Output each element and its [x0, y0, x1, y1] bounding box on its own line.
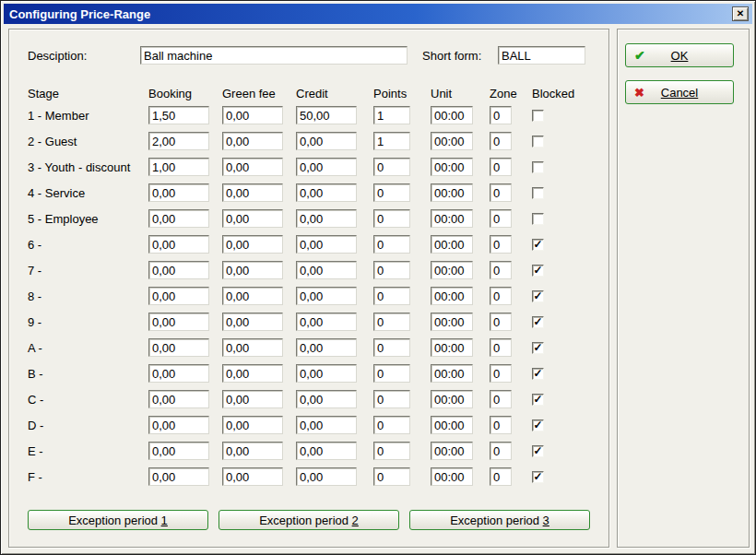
zone-input[interactable] [490, 132, 512, 150]
booking-input[interactable] [148, 158, 209, 176]
zone-input[interactable] [490, 467, 512, 486]
close-button[interactable]: ✕ [732, 6, 749, 21]
credit-input[interactable] [296, 313, 357, 331]
blocked-checkbox[interactable]: ✓ [532, 290, 544, 302]
green-fee-input[interactable] [222, 313, 283, 331]
green-fee-input[interactable] [222, 390, 283, 408]
green-fee-input[interactable] [222, 364, 283, 383]
blocked-checkbox[interactable]: ✓ [532, 239, 544, 251]
credit-input[interactable] [296, 287, 357, 305]
points-input[interactable] [373, 390, 410, 408]
zone-input[interactable] [490, 158, 512, 176]
green-fee-input[interactable] [222, 183, 283, 202]
unit-input[interactable] [431, 338, 473, 357]
unit-input[interactable] [431, 235, 473, 254]
unit-input[interactable] [431, 158, 473, 176]
booking-input[interactable] [148, 235, 209, 254]
unit-input[interactable] [431, 132, 473, 150]
zone-input[interactable] [490, 235, 512, 254]
blocked-checkbox[interactable] [532, 213, 544, 225]
green-fee-input[interactable] [222, 338, 283, 357]
booking-input[interactable] [148, 313, 209, 331]
zone-input[interactable] [490, 313, 512, 331]
booking-input[interactable] [148, 364, 209, 383]
unit-input[interactable] [431, 106, 473, 124]
green-fee-input[interactable] [222, 287, 283, 305]
green-fee-input[interactable] [222, 132, 283, 150]
zone-input[interactable] [490, 106, 512, 124]
blocked-checkbox[interactable]: ✓ [532, 471, 544, 483]
zone-input[interactable] [490, 416, 512, 434]
credit-input[interactable] [296, 106, 357, 124]
green-fee-input[interactable] [222, 209, 283, 228]
credit-input[interactable] [296, 338, 357, 357]
credit-input[interactable] [296, 132, 357, 150]
booking-input[interactable] [148, 390, 209, 408]
points-input[interactable] [373, 235, 410, 254]
credit-input[interactable] [296, 235, 357, 254]
points-input[interactable] [373, 209, 410, 228]
exception-period-1-button[interactable]: Exception period 1 [28, 510, 208, 530]
zone-input[interactable] [490, 209, 512, 228]
unit-input[interactable] [431, 313, 473, 331]
booking-input[interactable] [148, 442, 209, 460]
ok-button[interactable]: ✔ OK [625, 43, 734, 67]
points-input[interactable] [373, 313, 410, 331]
blocked-checkbox[interactable] [532, 110, 544, 122]
exception-period-2-button[interactable]: Exception period 2 [219, 510, 399, 530]
booking-input[interactable] [148, 467, 209, 486]
booking-input[interactable] [148, 416, 209, 434]
blocked-checkbox[interactable]: ✓ [532, 394, 544, 406]
points-input[interactable] [373, 132, 410, 150]
booking-input[interactable] [148, 338, 209, 357]
booking-input[interactable] [148, 183, 209, 202]
green-fee-input[interactable] [222, 261, 283, 279]
zone-input[interactable] [490, 338, 512, 357]
booking-input[interactable] [148, 287, 209, 305]
credit-input[interactable] [296, 467, 357, 486]
blocked-checkbox[interactable]: ✓ [532, 316, 544, 328]
points-input[interactable] [373, 106, 410, 124]
points-input[interactable] [373, 442, 410, 460]
short-form-input[interactable] [498, 46, 585, 65]
blocked-checkbox[interactable] [532, 136, 544, 148]
credit-input[interactable] [296, 183, 357, 202]
zone-input[interactable] [490, 442, 512, 460]
credit-input[interactable] [296, 364, 357, 383]
booking-input[interactable] [148, 132, 209, 150]
unit-input[interactable] [431, 442, 473, 460]
points-input[interactable] [373, 467, 410, 486]
unit-input[interactable] [431, 467, 473, 486]
cancel-button[interactable]: ✖ Cancel [625, 80, 734, 104]
credit-input[interactable] [296, 442, 357, 460]
unit-input[interactable] [431, 287, 473, 305]
points-input[interactable] [373, 261, 410, 279]
blocked-checkbox[interactable]: ✓ [532, 445, 544, 457]
credit-input[interactable] [296, 416, 357, 434]
credit-input[interactable] [296, 209, 357, 228]
points-input[interactable] [373, 183, 410, 202]
zone-input[interactable] [490, 261, 512, 279]
blocked-checkbox[interactable] [532, 187, 544, 199]
green-fee-input[interactable] [222, 106, 283, 124]
zone-input[interactable] [490, 287, 512, 305]
unit-input[interactable] [431, 209, 473, 228]
credit-input[interactable] [296, 158, 357, 176]
green-fee-input[interactable] [222, 416, 283, 434]
blocked-checkbox[interactable]: ✓ [532, 419, 544, 431]
blocked-checkbox[interactable]: ✓ [532, 342, 544, 354]
unit-input[interactable] [431, 416, 473, 434]
unit-input[interactable] [431, 261, 473, 279]
points-input[interactable] [373, 364, 410, 383]
zone-input[interactable] [490, 390, 512, 408]
booking-input[interactable] [148, 106, 209, 124]
points-input[interactable] [373, 338, 410, 357]
points-input[interactable] [373, 287, 410, 305]
credit-input[interactable] [296, 390, 357, 408]
green-fee-input[interactable] [222, 467, 283, 486]
credit-input[interactable] [296, 261, 357, 279]
blocked-checkbox[interactable]: ✓ [532, 265, 544, 277]
zone-input[interactable] [490, 183, 512, 202]
blocked-checkbox[interactable] [532, 161, 544, 173]
description-input[interactable] [140, 46, 408, 65]
